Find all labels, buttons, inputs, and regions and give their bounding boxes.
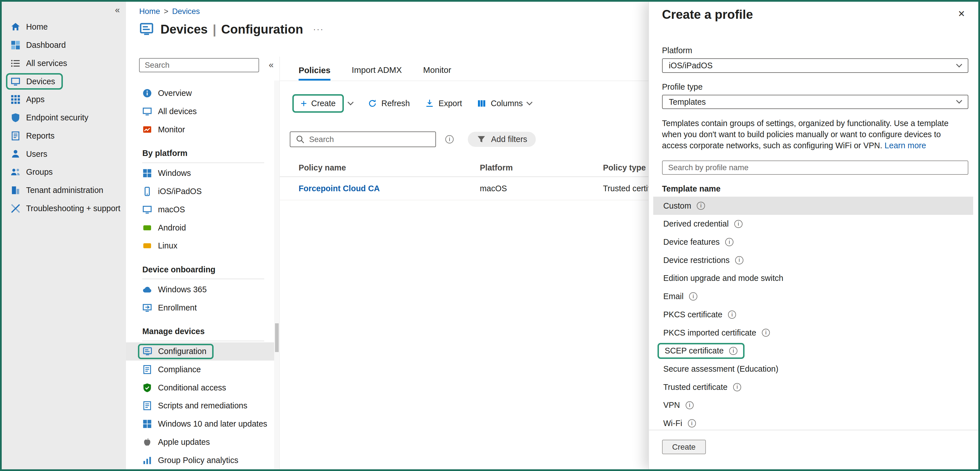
blade-item-monitor[interactable]: Monitor bbox=[126, 121, 274, 139]
blade-collapse-icon[interactable]: « bbox=[269, 60, 274, 70]
template-item-custom[interactable]: Custom bbox=[653, 196, 973, 215]
blade-item-macos[interactable]: macOS bbox=[126, 201, 274, 219]
create-button[interactable]: + Create bbox=[292, 94, 353, 113]
profile-name-search-input[interactable] bbox=[662, 161, 968, 175]
info-icon[interactable] bbox=[445, 135, 453, 144]
blade-nav-scrollbar[interactable] bbox=[274, 81, 279, 469]
conditional-access-icon bbox=[142, 383, 152, 393]
blade-item-all-devices[interactable]: All devices bbox=[126, 102, 274, 121]
sidebar-item-home[interactable]: Home bbox=[2, 18, 126, 36]
blade-item-linux[interactable]: Linux bbox=[126, 237, 274, 255]
info-icon[interactable] bbox=[733, 383, 741, 391]
sidebar-item-apps[interactable]: Apps bbox=[2, 91, 126, 109]
chevron-down-icon[interactable] bbox=[347, 99, 353, 105]
tab-import-admx[interactable]: Import ADMX bbox=[352, 65, 402, 81]
all-devices-icon bbox=[142, 107, 152, 117]
section-header-by-platform: By platform bbox=[142, 145, 264, 163]
sidebar-item-troubleshooting[interactable]: Troubleshooting + support bbox=[2, 199, 126, 217]
template-item-email[interactable]: Email bbox=[653, 287, 973, 306]
info-icon[interactable] bbox=[725, 238, 733, 246]
sidebar-item-reports[interactable]: Reports bbox=[2, 127, 126, 145]
blade-item-conditional-access[interactable]: Conditional access bbox=[126, 378, 274, 397]
profile-type-select[interactable]: Templates bbox=[662, 95, 968, 109]
sidebar-item-tenant-administration[interactable]: Tenant administration bbox=[2, 181, 126, 200]
more-options-icon[interactable]: ··· bbox=[313, 24, 324, 34]
sidebar-item-label: Troubleshooting + support bbox=[26, 204, 121, 213]
breadcrumb-devices-link[interactable]: Devices bbox=[172, 7, 200, 16]
devices-icon bbox=[11, 77, 21, 86]
refresh-icon bbox=[368, 99, 377, 108]
info-icon[interactable] bbox=[689, 292, 697, 300]
refresh-button[interactable]: Refresh bbox=[368, 99, 410, 108]
info-icon[interactable] bbox=[686, 401, 694, 410]
configuration-icon bbox=[143, 346, 153, 356]
sidebar-item-label: Tenant administration bbox=[26, 185, 103, 195]
column-header-policy-name[interactable]: Policy name bbox=[299, 163, 480, 172]
sidebar-item-label: Endpoint security bbox=[26, 113, 88, 122]
template-item-edition-upgrade[interactable]: Edition upgrade and mode switch bbox=[653, 269, 973, 287]
template-item-device-restrictions[interactable]: Device restrictions bbox=[653, 251, 973, 269]
info-icon[interactable] bbox=[762, 329, 770, 337]
blade-item-scripts[interactable]: Scripts and remediations bbox=[126, 397, 274, 415]
template-item-pkcs-certificate[interactable]: PKCS certificate bbox=[653, 306, 973, 324]
column-header-platform[interactable]: Platform bbox=[480, 163, 603, 172]
windows-updates-icon bbox=[142, 419, 152, 429]
scrollbar-thumb[interactable] bbox=[275, 323, 279, 352]
info-icon[interactable] bbox=[735, 256, 743, 264]
blade-item-windows-365[interactable]: Windows 365 bbox=[126, 281, 274, 299]
add-filters-button[interactable]: Add filters bbox=[468, 132, 536, 147]
blade-item-ios[interactable]: iOS/iPadOS bbox=[126, 182, 274, 201]
template-item-secure-assessment[interactable]: Secure assessment (Education) bbox=[653, 360, 973, 378]
info-icon[interactable] bbox=[728, 310, 736, 319]
sidebar-item-label: Dashboard bbox=[26, 40, 66, 50]
template-item-scep-certificate[interactable]: SCEP certificate bbox=[653, 342, 973, 360]
policy-name-link[interactable]: Forcepoint Cloud CA bbox=[299, 184, 480, 193]
columns-button[interactable]: Columns bbox=[477, 99, 531, 108]
blade-item-apple-updates[interactable]: Apple updates bbox=[126, 433, 274, 451]
blade-item-group-policy-analytics[interactable]: Group Policy analytics bbox=[126, 451, 274, 469]
breadcrumb-home-link[interactable]: Home bbox=[139, 7, 160, 16]
policy-search-input[interactable] bbox=[309, 135, 431, 144]
sidebar-item-all-services[interactable]: All services bbox=[2, 54, 126, 73]
profile-type-label: Profile type bbox=[662, 82, 968, 92]
search-icon bbox=[296, 135, 305, 144]
profile-type-select-value: Templates bbox=[669, 97, 706, 107]
breadcrumb: Home>Devices bbox=[139, 7, 200, 16]
close-icon[interactable]: ✕ bbox=[958, 8, 965, 19]
blade-item-windows-updates[interactable]: Windows 10 and later updates bbox=[126, 415, 274, 433]
template-item-derived-credential[interactable]: Derived credential bbox=[653, 215, 973, 233]
learn-more-link[interactable]: Learn more bbox=[885, 141, 926, 150]
blade-item-configuration[interactable]: Configuration bbox=[126, 342, 274, 361]
overview-icon bbox=[142, 88, 152, 98]
sidebar-item-label: Home bbox=[26, 22, 48, 32]
template-item-vpn[interactable]: VPN bbox=[653, 396, 973, 414]
template-item-trusted-certificate[interactable]: Trusted certificate bbox=[653, 378, 973, 396]
blade-item-overview[interactable]: Overview bbox=[126, 84, 274, 102]
platform-select[interactable]: iOS/iPadOS bbox=[662, 58, 968, 73]
info-icon[interactable] bbox=[688, 419, 696, 428]
sidebar-item-endpoint-security[interactable]: Endpoint security bbox=[2, 109, 126, 127]
blade-item-windows[interactable]: Windows bbox=[126, 164, 274, 182]
sidebar-item-groups[interactable]: Groups bbox=[2, 163, 126, 181]
sidebar-item-label: Devices bbox=[26, 77, 55, 86]
sidebar-item-dashboard[interactable]: Dashboard bbox=[2, 36, 126, 54]
info-icon[interactable] bbox=[729, 347, 737, 355]
sidebar-item-devices[interactable]: Devices bbox=[2, 72, 126, 91]
template-item-device-features[interactable]: Device features bbox=[653, 233, 973, 251]
panel-create-button[interactable]: Create bbox=[662, 440, 706, 454]
tab-policies[interactable]: Policies bbox=[299, 65, 331, 81]
template-item-pkcs-imported-certificate[interactable]: PKCS imported certificate bbox=[653, 324, 973, 342]
sidebar-item-label: Groups bbox=[26, 167, 53, 177]
info-icon[interactable] bbox=[697, 202, 705, 210]
tab-monitor[interactable]: Monitor bbox=[423, 65, 451, 81]
template-list: Custom Derived credential Device feature… bbox=[653, 196, 973, 432]
create-profile-panel: Create a profile ✕ Platform iOS/iPadOS P… bbox=[648, 2, 978, 469]
blade-item-android[interactable]: Android bbox=[126, 219, 274, 237]
blade-search-input[interactable] bbox=[139, 58, 259, 73]
sidebar-collapse-icon[interactable]: « bbox=[115, 5, 120, 15]
export-button[interactable]: Export bbox=[425, 99, 462, 108]
blade-item-compliance[interactable]: Compliance bbox=[126, 361, 274, 379]
sidebar-item-users[interactable]: Users bbox=[2, 145, 126, 163]
info-icon[interactable] bbox=[734, 220, 743, 228]
blade-item-enrollment[interactable]: Enrollment bbox=[126, 299, 274, 317]
